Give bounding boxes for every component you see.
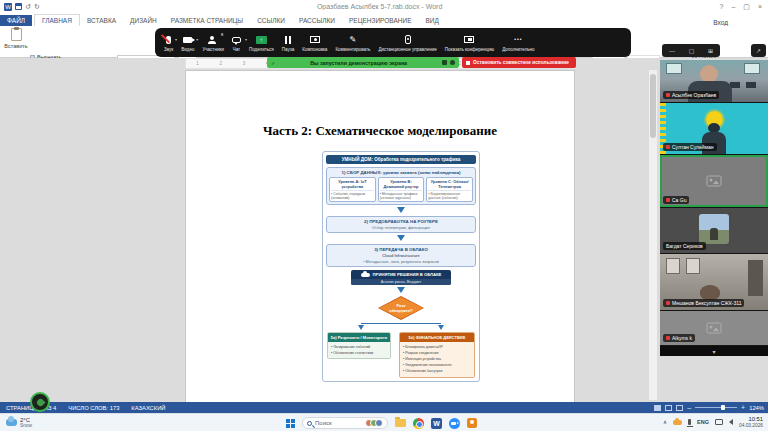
paste-button[interactable]: Вставить — [6, 28, 26, 52]
chevron-up-icon[interactable]: ▾ — [245, 37, 247, 42]
weather-widget[interactable]: 2°C Snow — [0, 417, 32, 429]
remote-control-button[interactable]: Дистанционное управление — [374, 28, 440, 57]
save-icon[interactable] — [15, 3, 22, 10]
camera-off-icon — [707, 322, 722, 333]
word-app-icon[interactable]: W — [431, 418, 442, 429]
zoom-app-icon[interactable] — [449, 418, 460, 429]
audio-button[interactable]: ▾ Звук — [160, 28, 177, 57]
down-arrow-icon — [358, 325, 364, 330]
level-a-box: Уровень A: IoT устройства • События, пер… — [329, 177, 376, 202]
panel-minimize-button[interactable]: — — [669, 48, 675, 54]
tray-overflow-button[interactable]: ∧ — [663, 419, 667, 425]
mute-indicator-icon[interactable] — [442, 60, 447, 65]
participants-button[interactable]: 8 Участники — [198, 28, 228, 57]
video-panel-controls: — ▢ ⊞ — [662, 44, 720, 57]
zoom-out-button[interactable]: – — [687, 404, 691, 411]
onedrive-icon[interactable] — [673, 420, 682, 425]
participant-tile-active-speaker[interactable]: Ca Gu — [660, 155, 768, 206]
layout-button[interactable]: Компоновка — [298, 28, 331, 57]
more-button[interactable]: ••• Дополнительно — [498, 28, 538, 57]
floating-app-logo[interactable] — [30, 392, 50, 412]
panel-expand-button[interactable]: ↗ — [751, 44, 766, 57]
final-action-card: 5б) ФИНАЛЬНОЕ ДЕЙСТВИЕ • Блокировка доме… — [399, 332, 475, 378]
chevron-up-icon[interactable]: ▾ — [175, 37, 177, 42]
close-button[interactable]: × — [758, 3, 762, 10]
participant-tile[interactable]: Султан Сулейман — [660, 103, 768, 154]
participant-tile[interactable]: Мешанов Бексултан СЖК-311 — [660, 254, 768, 310]
word-count[interactable]: ЧИСЛО СЛОВ: 173 — [68, 405, 119, 411]
pause-share-button[interactable]: Пауза — [278, 28, 299, 57]
panel-gallery-button[interactable]: ▢ — [689, 47, 695, 54]
annotate-icon: ✎ — [350, 36, 357, 44]
muted-mic-icon — [666, 301, 670, 305]
document-page: Часть 2: Схематическое моделирование УМН… — [185, 70, 575, 403]
window-title: Оразбаев Асылбек 5-7.rab.docx - Word — [40, 3, 720, 10]
word-logo-icon: W — [4, 3, 12, 11]
file-explorer-icon[interactable] — [395, 419, 406, 427]
participant-name-tag: Багдат Сериков — [663, 242, 706, 250]
tab-home[interactable]: ГЛАВНАЯ — [34, 14, 80, 26]
zoom-in-button[interactable]: + — [741, 404, 745, 411]
branch-connectors — [331, 321, 471, 331]
video-button[interactable]: ▾ Видео — [177, 28, 198, 57]
tab-page-layout[interactable]: РАЗМЕТКА СТРАНИЦЫ — [164, 15, 250, 26]
start-button[interactable] — [286, 419, 295, 428]
tab-mailings[interactable]: РАССЫЛКИ — [292, 15, 342, 26]
read-mode-icon[interactable] — [654, 405, 661, 411]
tab-view[interactable]: ВИД — [418, 15, 445, 26]
video-camera-icon — [183, 37, 192, 43]
print-layout-icon[interactable] — [665, 405, 672, 411]
speaker-icon[interactable] — [729, 419, 733, 425]
layout-icon — [310, 36, 320, 43]
clock[interactable]: 10:51 04.03.2026 — [739, 416, 763, 428]
tab-file[interactable]: ФАЙЛ — [0, 15, 32, 26]
touch-keyboard-icon[interactable] — [715, 419, 723, 425]
show-meeting-button[interactable]: Показать конференцию — [441, 28, 499, 57]
undo-icon[interactable]: ↺ — [25, 3, 31, 10]
language-indicator[interactable]: КАЗАХСКИЙ — [131, 405, 165, 411]
camera-off-icon — [707, 175, 722, 186]
zoom-slider[interactable] — [695, 407, 737, 408]
participant-name-tag: Aikyms k — [663, 334, 695, 342]
tab-references[interactable]: ССЫЛКИ — [250, 15, 292, 26]
panel-grid-button[interactable]: ⊞ — [708, 47, 713, 54]
zoom-slider-thumb[interactable] — [721, 405, 725, 410]
tab-review[interactable]: РЕЦЕНЗИРОВАНИЕ — [342, 15, 419, 26]
participant-tile[interactable]: Асылбек Оразбаев — [660, 60, 768, 102]
annotate-button[interactable]: ✎ Комментировать — [331, 28, 374, 57]
restore-button[interactable]: ▢ — [743, 3, 750, 10]
chrome-icon[interactable] — [413, 418, 424, 429]
tray-mic-icon[interactable] — [688, 419, 691, 425]
document-scrollbar[interactable] — [649, 70, 657, 400]
participant-tile[interactable]: Багдат Сериков — [660, 208, 768, 253]
smart-home-diagram: УМНЫЙ ДОМ: Обработка подозрительного тра… — [322, 151, 480, 382]
minimize-button[interactable]: – — [731, 3, 735, 10]
tab-design[interactable]: ДИЗАЙН — [123, 15, 164, 26]
paste-label: Вставить — [4, 43, 27, 49]
help-button[interactable]: ? — [719, 3, 723, 10]
level-c-box: Уровень C: Облако/Телеметрия • Коррелиро… — [426, 177, 473, 202]
share-screen-button[interactable]: ↑ Поделиться — [245, 28, 278, 57]
language-switcher[interactable]: ENG — [697, 419, 709, 425]
collapse-panel-button[interactable]: ▾ — [660, 346, 768, 356]
chat-button[interactable]: ▾ Чат — [228, 28, 245, 57]
decision-diamond: Риск обнаружен? — [378, 296, 424, 320]
tab-insert[interactable]: ВСТАВКА — [80, 15, 123, 26]
scrollbar-thumb[interactable] — [650, 74, 656, 138]
remote-control-icon — [405, 35, 411, 44]
web-layout-icon[interactable] — [676, 405, 683, 411]
window-controls: ? – ▢ × — [719, 3, 768, 10]
stop-share-button[interactable]: Остановить совместное использование — [462, 57, 576, 68]
mic-muted-icon — [166, 36, 171, 44]
participant-name-tag: Мешанов Бексултан СЖК-311 — [663, 299, 744, 307]
zoom-level[interactable]: 124% — [749, 405, 764, 411]
hide-banner-icon[interactable] — [450, 60, 455, 65]
screen: W ↺ ↻ Оразбаев Асылбек 5-7.rab.docx - Wo… — [0, 0, 768, 431]
chevron-up-icon[interactable]: ▾ — [196, 37, 198, 42]
participant-tile[interactable]: Aikyms k — [660, 311, 768, 345]
app-icon[interactable] — [467, 418, 477, 428]
search-input[interactable]: Поиск — [302, 417, 388, 429]
diagram-step2: 2) ПРЕДОБРАБОТКА НА РОУТЕРЕ Отбор телеме… — [326, 216, 476, 233]
down-arrow-icon — [438, 325, 444, 330]
sign-in-link[interactable]: Вход — [713, 19, 768, 26]
